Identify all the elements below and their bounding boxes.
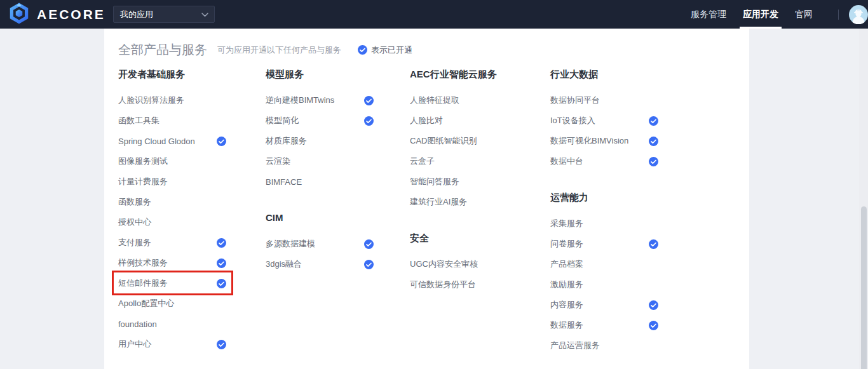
service-item[interactable]: 函数服务	[118, 192, 226, 212]
service-item[interactable]: 数据协同平台	[550, 90, 658, 111]
service-item[interactable]: 采集服务	[550, 213, 658, 234]
service-item-label: 授权中心	[118, 217, 151, 228]
service-item[interactable]: 人脸比对	[410, 111, 518, 131]
service-item[interactable]: 样例技术服务	[118, 253, 226, 273]
service-item[interactable]: 云盒子	[410, 151, 518, 171]
service-item-label: 问卷服务	[550, 238, 583, 250]
service-item[interactable]: 材质库服务	[266, 131, 374, 151]
service-item[interactable]: 3dgis融合	[266, 254, 374, 274]
header-nav: 服务管理应用开发官网	[674, 0, 824, 29]
check-circle-icon	[649, 321, 658, 330]
section-title: 行业大数据	[550, 68, 700, 81]
scrollbar-thumb[interactable]	[861, 206, 867, 369]
service-item-label: 智能问答服务	[410, 176, 459, 187]
service-item-label: 采集服务	[550, 218, 583, 229]
service-item[interactable]: 数据中台	[550, 151, 658, 171]
service-item[interactable]: UGC内容安全审核	[410, 254, 518, 274]
nav-divider	[838, 10, 839, 20]
service-item-label: 支付服务	[118, 237, 151, 248]
my-apps-select[interactable]: 我的应用	[113, 6, 215, 23]
service-item[interactable]: 用户中心	[118, 334, 226, 354]
service-item-label: UGC内容安全审核	[410, 258, 478, 270]
service-item[interactable]: 人脸识别算法服务	[118, 90, 226, 111]
service-item[interactable]: Apollo配置中心	[118, 293, 226, 314]
brand-name: AECORE	[37, 7, 105, 22]
service-item[interactable]: 激励服务	[550, 274, 658, 295]
service-item-label: Apollo配置中心	[118, 298, 174, 309]
service-item[interactable]: 数据服务	[550, 315, 658, 335]
service-item[interactable]: 计量计费服务	[118, 171, 226, 192]
check-circle-icon	[217, 238, 226, 248]
service-item[interactable]: 授权中心	[118, 212, 226, 232]
service-item-label: 数据中台	[550, 156, 583, 167]
activated-legend-label: 表示已开通	[371, 44, 412, 56]
service-item-label: 人脸识别算法服务	[118, 95, 184, 106]
service-item[interactable]: 产品档案	[550, 254, 658, 274]
service-item-label: 数据协同平台	[550, 95, 600, 106]
products-panel: 全部产品与服务 可为应用开通以下任何产品与服务 表示已开通 开发者基础服务人脸识…	[104, 29, 749, 369]
nav-item-service-management[interactable]: 服务管理	[691, 0, 726, 29]
service-item-label: 图像服务测试	[118, 156, 168, 167]
service-item[interactable]: 产品运营服务	[550, 335, 658, 356]
service-item-label: 函数工具集	[118, 115, 159, 126]
catalog-columns: 开发者基础服务人脸识别算法服务函数工具集Spring Cloud Glodon图…	[118, 68, 749, 356]
service-item[interactable]: 问卷服务	[550, 234, 658, 254]
service-item[interactable]: 数据可视化BIMVision	[550, 131, 658, 151]
service-item-label: 可信数据身份平台	[410, 279, 476, 290]
service-item-label: 函数服务	[118, 196, 151, 208]
service-item-label: 数据服务	[550, 319, 583, 331]
catalog-column: 开发者基础服务人脸识别算法服务函数工具集Spring Cloud Glodon图…	[118, 68, 266, 356]
service-item-label: 人脸比对	[410, 115, 443, 126]
service-item-label: 激励服务	[550, 279, 583, 290]
service-item-label: 短信邮件服务	[118, 278, 168, 289]
service-item-label: foundation	[118, 319, 157, 329]
check-circle-icon	[364, 260, 374, 269]
catalog-column: 模型服务逆向建模BIMTwins模型简化材质库服务云渲染BIMFACECIM多源…	[266, 68, 410, 356]
service-item[interactable]: 可信数据身份平台	[410, 274, 518, 295]
check-circle-icon	[649, 116, 658, 126]
nav-item-app-development[interactable]: 应用开发	[743, 0, 778, 29]
user-avatar[interactable]	[849, 5, 868, 24]
top-header: AECORE 我的应用 服务管理应用开发官网	[0, 0, 868, 29]
panel-title-row: 全部产品与服务 可为应用开通以下任何产品与服务 表示已开通	[118, 41, 749, 58]
service-item[interactable]: 智能问答服务	[410, 171, 518, 192]
service-item[interactable]: BIMFACE	[266, 171, 374, 192]
service-item-label: 计量计费服务	[118, 176, 168, 187]
service-item[interactable]: CAD图纸智能识别	[410, 131, 518, 151]
brand-logo[interactable]: AECORE	[8, 2, 105, 27]
service-item[interactable]: 人脸特征提取	[410, 90, 518, 111]
section-title: AEC行业智能云服务	[410, 68, 550, 81]
check-circle-icon	[217, 258, 226, 268]
service-item[interactable]: 多源数据建模	[266, 234, 374, 254]
service-item-label: 3dgis融合	[266, 258, 302, 270]
section-title: 开发者基础服务	[118, 68, 266, 81]
service-item[interactable]: 支付服务	[118, 232, 226, 253]
catalog-column: 行业大数据数据协同平台IoT设备接入数据可视化BIMVision数据中台运营能力…	[550, 68, 700, 356]
service-item-label: 多源数据建模	[266, 238, 315, 250]
service-item[interactable]: IoT设备接入	[550, 111, 658, 131]
check-circle-icon	[649, 300, 658, 310]
check-circle-icon	[364, 116, 374, 126]
service-item[interactable]: 模型简化	[266, 111, 374, 131]
nav-item-official-site[interactable]: 官网	[795, 0, 813, 29]
service-item-label: Spring Cloud Glodon	[118, 137, 195, 146]
scrollbar-track[interactable]	[859, 29, 868, 369]
service-item-label: 建筑行业AI服务	[410, 196, 467, 208]
service-item[interactable]: 建筑行业AI服务	[410, 192, 518, 212]
section-title: CIM	[266, 211, 410, 224]
service-item-label: 云渲染	[266, 156, 290, 167]
service-item-label: 样例技术服务	[118, 257, 168, 269]
check-circle-icon	[649, 157, 658, 166]
cube-hexagon-logo-icon	[8, 2, 31, 27]
service-item[interactable]: 内容服务	[550, 295, 658, 315]
service-item-label: 云盒子	[410, 156, 435, 167]
chevron-down-icon	[201, 10, 208, 19]
service-item[interactable]: 短信邮件服务	[118, 273, 226, 293]
activated-legend: 表示已开通	[358, 44, 412, 56]
service-item[interactable]: 图像服务测试	[118, 151, 226, 171]
service-item[interactable]: 函数工具集	[118, 111, 226, 131]
service-item[interactable]: 逆向建模BIMTwins	[266, 90, 374, 111]
service-item[interactable]: foundation	[118, 314, 226, 334]
service-item[interactable]: Spring Cloud Glodon	[118, 131, 226, 151]
service-item[interactable]: 云渲染	[266, 151, 374, 171]
